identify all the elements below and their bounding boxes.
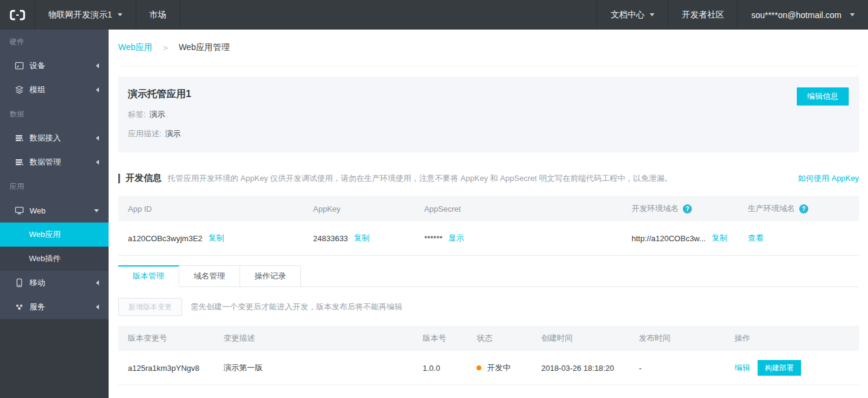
created-at-cell: 2018-03-26 18:18:20 xyxy=(531,351,629,385)
chevron-down-icon xyxy=(650,13,654,16)
sidebar-item-label: 服务 xyxy=(30,302,96,312)
edit-version-link[interactable]: 编辑 xyxy=(735,362,750,373)
operations-cell: 编辑 构建部署 xyxy=(725,351,859,385)
status-dot-icon xyxy=(477,365,481,370)
chevron-down-icon xyxy=(850,13,855,16)
app-tag-row: 标签:演示 xyxy=(128,109,847,120)
app-id-cell: a120COBc3wyjm3E2 复制 xyxy=(118,221,303,255)
developer-community-label: 开发者社区 xyxy=(682,10,724,21)
appkey-help-link[interactable]: 如何使用 AppKey xyxy=(798,173,859,184)
prod-domain-cell: 查看 xyxy=(738,221,859,255)
dev-domain-value: http://a120COBc3w... xyxy=(632,234,706,243)
app-info-card: 演示托管应用1 标签:演示 应用描述:演示 编辑信息 xyxy=(118,77,859,153)
monitor-icon xyxy=(14,206,24,215)
app-title: 演示托管应用1 xyxy=(128,88,847,101)
show-appsecret-link[interactable]: 显示 xyxy=(449,233,464,244)
sidebar-subitem-label: Web插件 xyxy=(29,253,61,264)
app-desc-label: 应用描述: xyxy=(128,129,162,138)
view-prod-domain-link[interactable]: 查看 xyxy=(748,233,764,244)
build-deploy-button[interactable]: 构建部署 xyxy=(758,360,801,376)
help-question-icon[interactable]: ? xyxy=(683,204,692,213)
smartphone-icon xyxy=(14,278,24,288)
sidebar-section-data: 数据 xyxy=(0,102,109,126)
sidebar-item-mobile[interactable]: 移动 xyxy=(0,271,109,295)
version-table: 版本变更号 变更描述 版本号 状态 创建时间 发布时间 操作 a125ra1km… xyxy=(118,326,859,385)
sidebar-item-label: 模组 xyxy=(30,84,96,95)
doc-center-label: 文档中心 xyxy=(610,10,644,21)
sidebar-item-label: Web xyxy=(30,206,94,215)
breadcrumb-separator: > xyxy=(163,43,168,52)
developer-community-menu[interactable]: 开发者社区 xyxy=(668,0,737,30)
col-header-appsecret: AppSecret xyxy=(414,196,622,221)
sidebar-item-service[interactable]: 服务 xyxy=(0,295,109,319)
sidebar-menu: 硬件 设备 模组 数据 xyxy=(0,30,109,319)
col-header-created: 创建时间 xyxy=(531,326,629,351)
app-tag-value: 演示 xyxy=(150,110,165,119)
market-menu[interactable]: 市场 xyxy=(136,0,180,30)
chevron-left-icon xyxy=(96,305,99,309)
table-row: a120COBc3wyjm3E2 复制 24833633 复制 ****** 显… xyxy=(118,221,859,256)
sidebar-item-web[interactable]: Web xyxy=(0,198,109,223)
section-bar xyxy=(118,174,120,183)
published-at-cell: - xyxy=(629,351,724,385)
database-icon xyxy=(14,157,24,167)
breadcrumb: Web应用 > Web应用管理 xyxy=(118,30,859,66)
app-id-value: a120COBc3wyjm3E2 xyxy=(128,234,203,243)
sidebar-item-label: 数据接入 xyxy=(30,133,96,144)
sidebar-subitem-web-plugin[interactable]: Web插件 xyxy=(0,247,109,271)
col-header-operations: 操作 xyxy=(725,326,859,351)
sidebar-item-label: 数据管理 xyxy=(30,157,96,168)
main-content: Web应用 > Web应用管理 演示托管应用1 标签:演示 应用描述:演示 编辑… xyxy=(109,30,868,398)
project-switcher[interactable]: 物联网开发演示1 xyxy=(35,0,136,30)
col-header-status: 状态 xyxy=(467,326,531,351)
sidebar-item-data-access[interactable]: 数据接入 xyxy=(0,126,109,150)
brand-logo[interactable] xyxy=(0,0,34,30)
sidebar-item-label: 移动 xyxy=(30,277,96,288)
copy-app-id-link[interactable]: 复制 xyxy=(209,233,224,244)
sidebar-item-module[interactable]: 模组 xyxy=(0,78,109,102)
breadcrumb-link-web-app[interactable]: Web应用 xyxy=(118,42,153,53)
chevron-down-icon xyxy=(94,209,99,212)
status-badge: 开发中 xyxy=(487,362,510,373)
sidebar-subitem-label: Web应用 xyxy=(29,229,61,240)
col-header-app-id: App ID xyxy=(118,196,303,221)
sidebar-item-label: 设备 xyxy=(30,60,96,71)
sidebar-subitem-web-app[interactable]: Web应用 xyxy=(0,223,109,247)
add-version-change-button[interactable]: 新增版本变更 xyxy=(118,298,182,316)
col-header-change-id: 版本变更号 xyxy=(118,326,214,351)
app-tag-label: 标签: xyxy=(128,110,146,119)
edit-info-button[interactable]: 编辑信息 xyxy=(797,87,849,106)
tab-operation-log[interactable]: 操作记录 xyxy=(240,265,301,286)
sidebar-item-data-manage[interactable]: 数据管理 xyxy=(0,150,109,174)
appsecret-cell: ****** 显示 xyxy=(414,221,622,255)
database-icon xyxy=(14,133,24,143)
device-icon xyxy=(14,61,24,71)
sidebar-item-device[interactable]: 设备 xyxy=(0,54,109,78)
version-cell: 1.0.0 xyxy=(413,351,467,385)
sidebar-section-label: 数据 xyxy=(10,109,24,119)
tab-domain-manage[interactable]: 域名管理 xyxy=(179,265,240,286)
sidebar: 硬件 设备 模组 数据 xyxy=(0,30,109,398)
copy-appkey-link[interactable]: 复制 xyxy=(354,233,370,244)
col-header-label: 生产环境域名 xyxy=(748,203,795,214)
app-credentials-table: App ID AppKey AppSecret 开发环境域名 ? 生产环境域名 … xyxy=(118,196,859,256)
chevron-left-icon xyxy=(96,87,99,92)
market-menu-label: 市场 xyxy=(150,10,166,21)
appkey-value: 24833633 xyxy=(313,234,348,243)
project-switcher-label: 物联网开发演示1 xyxy=(48,10,112,21)
col-header-description: 变更描述 xyxy=(214,326,413,351)
appkey-cell: 24833633 复制 xyxy=(303,221,414,255)
tab-version-manage[interactable]: 版本管理 xyxy=(118,265,179,287)
account-menu[interactable]: sou****on@hotmail.com xyxy=(738,0,868,30)
col-header-published: 发布时间 xyxy=(629,326,724,351)
app-desc-value: 演示 xyxy=(165,129,181,138)
chevron-left-icon xyxy=(96,280,99,285)
doc-center-menu[interactable]: 文档中心 xyxy=(597,0,668,30)
version-hint-text: 需先创建一个变更后才能进入开发，版本发布后将不能再编辑 xyxy=(191,302,402,312)
copy-dev-domain-link[interactable]: 复制 xyxy=(712,233,727,244)
help-question-icon[interactable]: ? xyxy=(799,204,808,213)
col-header-appkey: AppKey xyxy=(303,196,414,221)
dev-info-header: 开发信息 托管应用开发环境的 AppKey 仅供开发调试使用，请勿在生产环境使用… xyxy=(118,172,859,184)
col-header-version: 版本号 xyxy=(413,326,467,351)
app-desc-row: 应用描述:演示 xyxy=(128,128,847,139)
